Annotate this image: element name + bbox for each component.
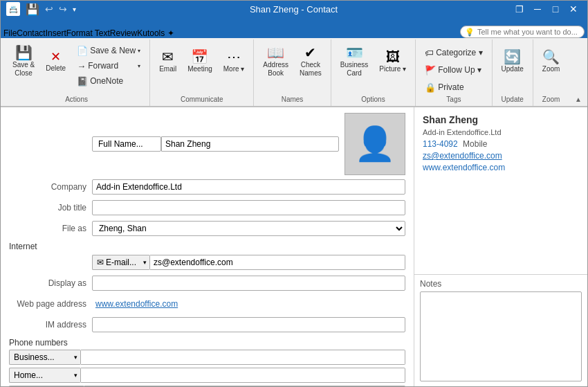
business-card-label: BusinessCard xyxy=(340,61,369,78)
delete-icon: ✕ xyxy=(50,51,61,63)
private-icon: 🔒 xyxy=(425,82,436,93)
form-area: Full Name... 👤 Company Job title File as xyxy=(1,107,414,387)
names-row: 📖 AddressBook ✔ CheckNames xyxy=(258,42,326,95)
card-web[interactable]: www.extendoffice.com xyxy=(423,163,505,172)
redo-btn[interactable]: ↪ xyxy=(59,3,67,15)
web-page-link[interactable]: www.extendoffice.com xyxy=(92,298,405,310)
full-name-button[interactable]: Full Name... xyxy=(92,136,161,152)
email-button[interactable]: ✉ Email xyxy=(154,42,181,81)
tab-format-text[interactable]: Format Text xyxy=(66,28,110,38)
phone-type-0-label: Business... xyxy=(14,352,55,362)
zoom-button[interactable]: 🔍 Zoom xyxy=(538,42,565,81)
private-button[interactable]: 🔒 Private xyxy=(420,80,487,95)
categorize-icon: 🏷 xyxy=(425,48,434,58)
quick-save[interactable]: 💾 xyxy=(26,3,39,16)
job-title-input[interactable] xyxy=(92,200,405,215)
job-title-label: Job title xyxy=(9,203,92,213)
card-email-row: zs@extendoffice.com xyxy=(423,151,579,161)
company-row: Company xyxy=(9,178,405,196)
zoom-row: 🔍 Zoom xyxy=(538,42,565,95)
avatar-box[interactable]: 👤 xyxy=(344,113,405,175)
phone-type-1-dropdown[interactable]: ▾ xyxy=(71,368,81,383)
phone-type-0-dropdown[interactable]: ▾ xyxy=(71,350,81,365)
title-bar-controls: ❐ ─ □ ✕ xyxy=(511,1,582,17)
private-label: Private xyxy=(438,82,463,92)
notes-label: Notes xyxy=(420,279,582,289)
phone-input-1[interactable] xyxy=(81,368,405,383)
business-card-button[interactable]: 🪪 BusinessCard xyxy=(336,42,374,81)
card-name-row: Shan Zheng xyxy=(423,114,579,125)
file-as-select[interactable]: Zheng, Shan xyxy=(92,221,405,236)
phone-type-0-button[interactable]: Business... xyxy=(9,350,71,365)
company-label: Company xyxy=(9,182,92,192)
tab-contact[interactable]: Contact xyxy=(17,28,45,38)
save-close-button[interactable]: 💾 Save &Close xyxy=(8,42,39,81)
title-bar-left: 📇 💾 ↩ ↪ ▾ xyxy=(6,2,76,16)
save-close-icon: 💾 xyxy=(15,46,33,60)
actions-label: Actions xyxy=(8,95,145,105)
communicate-row: ✉ Email 📅 Meeting ⋯ More ▾ xyxy=(154,42,249,95)
meeting-button[interactable]: 📅 Meeting xyxy=(183,42,217,81)
address-book-button[interactable]: 📖 AddressBook xyxy=(258,42,293,81)
full-name-input[interactable] xyxy=(161,136,339,152)
display-as-row: Display as xyxy=(9,274,405,292)
zoom-label: Zoom xyxy=(538,95,565,105)
avatar-icon: 👤 xyxy=(354,125,396,163)
minimize-btn[interactable]: ─ xyxy=(529,1,546,17)
title-bar: 📇 💾 ↩ ↪ ▾ Shan Zheng - Contact ❐ ─ □ ✕ xyxy=(1,1,587,17)
picture-label: Picture ▾ xyxy=(379,65,406,73)
ribbon-group-update: 🔄 Update Update xyxy=(493,39,533,106)
full-name-row: Full Name... 👤 xyxy=(9,113,405,175)
follow-up-button[interactable]: 🚩 Follow Up ▾ xyxy=(420,62,487,78)
email-label: Email xyxy=(159,65,176,73)
undo-btn[interactable]: ↩ xyxy=(45,3,53,15)
notes-input[interactable] xyxy=(420,291,582,381)
options-label: Options xyxy=(336,95,411,105)
ribbon-group-communicate: ✉ Email 📅 Meeting ⋯ More ▾ Communicate xyxy=(150,39,254,106)
picture-button[interactable]: 🖼 Picture ▾ xyxy=(374,42,411,81)
tags-row: 🏷 Categorize ▾ 🚩 Follow Up ▾ 🔒 Private xyxy=(420,42,487,95)
email-type-button[interactable]: ✉ E-mail... xyxy=(92,255,140,270)
update-label: Update xyxy=(497,95,529,105)
address-book-label: AddressBook xyxy=(263,61,288,78)
tab-file[interactable]: File xyxy=(3,28,17,38)
zoom-label: Zoom xyxy=(542,65,560,73)
update-button[interactable]: 🔄 Update xyxy=(497,42,529,81)
im-address-input[interactable] xyxy=(92,317,405,332)
email-input[interactable] xyxy=(150,255,405,270)
save-new-icon: 📄 xyxy=(77,46,88,56)
card-web-row: www.extendoffice.com xyxy=(423,163,579,172)
maximize-btn[interactable]: □ xyxy=(547,1,564,17)
categorize-button[interactable]: 🏷 Categorize ▾ xyxy=(420,45,487,60)
phone-type-1-button[interactable]: Home... xyxy=(9,368,71,383)
tab-insert[interactable]: Insert xyxy=(46,28,66,38)
check-names-button[interactable]: ✔ CheckNames xyxy=(295,42,327,81)
forward-label: Forward xyxy=(88,61,118,71)
window-frame: 📇 💾 ↩ ↪ ▾ Shan Zheng - Contact ❐ ─ □ ✕ F… xyxy=(0,0,588,387)
tell-me-input[interactable] xyxy=(460,26,585,38)
delete-button[interactable]: ✕ Delete xyxy=(41,42,71,81)
tab-review[interactable]: Review xyxy=(110,28,137,38)
email-envelope-icon: ✉ xyxy=(97,258,104,267)
phone-input-0[interactable] xyxy=(81,350,405,365)
more-icon: ⋯ xyxy=(227,50,241,64)
card-company: Add-in Extendoffice.Ltd xyxy=(423,128,502,136)
ribbon-collapse-btn[interactable]: ▲ xyxy=(575,39,585,106)
more-button[interactable]: ⋯ More ▾ xyxy=(219,42,250,81)
address-book-icon: 📖 xyxy=(267,46,284,60)
actions-row: 💾 Save &Close ✕ Delete 📄 Save & New ▾ xyxy=(8,42,145,95)
display-as-input[interactable] xyxy=(92,276,405,291)
tab-kutools[interactable]: Kutools ✦ xyxy=(137,28,174,38)
onenote-button[interactable]: 📓 OneNote xyxy=(72,74,145,88)
email-type-dropdown[interactable]: ▾ xyxy=(140,255,150,270)
forward-button[interactable]: → Forward ▾ xyxy=(72,59,145,73)
update-label: Update xyxy=(502,65,524,73)
qat-dropdown[interactable]: ▾ xyxy=(73,6,76,13)
save-new-button[interactable]: 📄 Save & New ▾ xyxy=(72,44,145,57)
close-btn[interactable]: ✕ xyxy=(565,1,582,17)
onenote-icon: 📓 xyxy=(77,76,88,87)
company-input[interactable] xyxy=(92,179,405,195)
card-phone-type: Mobile xyxy=(463,139,487,149)
card-email[interactable]: zs@extendoffice.com xyxy=(423,151,502,161)
help-btn[interactable]: ❐ xyxy=(511,1,528,17)
